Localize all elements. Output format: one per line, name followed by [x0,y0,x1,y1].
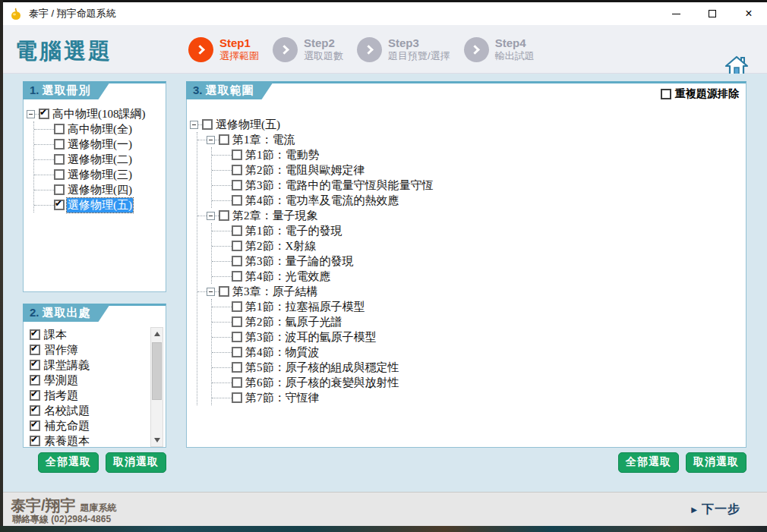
list-item[interactable]: 指考題 [26,388,163,403]
list-item[interactable]: 課本 [26,327,163,342]
next-step-button[interactable]: ▶ 下一步 [691,502,740,518]
list-item[interactable]: 名校試題 [26,403,163,418]
maximize-button[interactable] [694,2,731,25]
list-item-label[interactable]: 補充命題 [44,419,90,433]
select-all-button[interactable]: 全部選取 [38,452,99,473]
tree-item-label[interactable]: 高中物理(108課綱) [52,107,147,121]
list-item-label[interactable]: 課本 [44,328,67,342]
list-item[interactable]: 素養題本 [26,433,163,447]
tree-item[interactable]: 第7節：守恆律 [212,390,746,405]
tree-item[interactable]: 第3節：量子論的發現 [212,253,746,269]
checkbox[interactable] [54,124,65,134]
tree-item-label[interactable]: 第1章：電流 [232,133,296,147]
checkbox[interactable] [54,169,65,180]
collapse-icon[interactable] [27,110,35,118]
list-item-label[interactable]: 指考題 [44,389,78,403]
list-item[interactable]: 補充命題 [26,418,163,433]
checkbox[interactable] [232,347,242,357]
source-list-scrollbar[interactable] [150,327,163,447]
tree-item[interactable]: 第1節：拉塞福原子模型 [212,299,746,314]
tree-item-label[interactable]: 第1節：電子的發現 [245,224,343,238]
tree-item-label[interactable]: 第7節：守恆律 [245,391,320,405]
deselect-all-button[interactable]: 取消選取 [106,452,166,473]
tree-item-label[interactable]: 選修物理(三) [67,168,133,182]
tree-item[interactable]: 選修物理(一) [34,137,166,152]
checkbox[interactable] [39,109,49,119]
checkbox[interactable] [232,362,242,373]
tree-item[interactable]: 選修物理(五) [190,117,746,132]
tree-item[interactable]: 第1章：電流 [197,132,746,147]
scroll-up-icon[interactable] [151,328,163,340]
checkbox[interactable] [30,436,40,446]
collapse-icon[interactable] [207,212,215,220]
minimize-button[interactable] [658,2,694,25]
collapse-icon[interactable] [207,136,215,144]
tree-item-label[interactable]: 選修物理(五) [215,118,281,132]
collapse-icon[interactable] [190,121,198,129]
list-item-label[interactable]: 名校試題 [44,404,90,418]
select-all-button[interactable]: 全部選取 [618,452,679,473]
tree-item-label[interactable]: 第3節：波耳的氫原子模型 [245,330,377,345]
duplicate-filter-checkbox[interactable] [661,89,671,99]
tree-item-label[interactable]: 第2節：氫原子光譜 [245,315,343,329]
tree-item[interactable]: 第2節：電阻與歐姆定律 [212,162,746,178]
list-item[interactable]: 課堂講義 [26,357,163,373]
checkbox[interactable] [54,200,65,210]
tree-item-label[interactable]: 選修物理(二) [67,153,133,167]
checkbox[interactable] [232,165,242,175]
list-item-label[interactable]: 課堂講義 [44,358,90,373]
checkbox[interactable] [219,134,229,145]
tree-item[interactable]: 第1節：電動勢 [212,147,746,162]
tree-item[interactable]: 高中物理(全) [34,121,166,137]
checkbox[interactable] [232,150,242,160]
tree-item[interactable]: 選修物理(五) [34,197,166,212]
checkbox[interactable] [232,241,242,251]
checkbox[interactable] [202,119,213,130]
checkbox[interactable] [30,345,40,355]
checkbox[interactable] [30,360,40,370]
tree-item-label[interactable]: 第6節：原子核的衰變與放射性 [245,376,400,390]
list-item-label[interactable]: 學測題 [44,373,78,388]
tree-item[interactable]: 第5節：原子核的組成與穩定性 [212,360,746,375]
tree-item-label[interactable]: 第1節：電動勢 [245,148,320,162]
tree-item[interactable]: 選修物理(四) [34,182,166,197]
list-item[interactable]: 習作簿 [26,342,163,357]
checkbox[interactable] [54,139,65,150]
list-item[interactable]: 學測題 [26,373,163,388]
checkbox[interactable] [30,420,40,431]
checkbox[interactable] [54,154,65,165]
tree-item[interactable]: 第3節：電路中的電量守恆與能量守恆 [212,178,746,193]
tree-item[interactable]: 第6節：原子核的衰變與放射性 [212,375,746,390]
tree-item[interactable]: 第4節：電功率及電流的熱效應 [212,193,746,208]
tree-item-label[interactable]: 高中物理(全) [67,122,133,137]
checkbox[interactable] [232,180,242,190]
checkbox[interactable] [54,184,65,195]
scrollbar-thumb[interactable] [152,342,162,400]
tree-item-label[interactable]: 第2節：電阻與歐姆定律 [245,163,366,178]
checkbox[interactable] [219,286,229,297]
tree-item-label[interactable]: 選修物理(一) [67,137,133,152]
checkbox[interactable] [232,316,242,327]
checkbox[interactable] [219,210,229,221]
checkbox[interactable] [232,195,242,206]
tree-item[interactable]: 高中物理(108課綱) [27,106,166,121]
tree-item-label[interactable]: 第4節：電功率及電流的熱效應 [245,194,400,208]
tree-item-label[interactable]: 第5節：原子核的組成與穩定性 [245,360,400,375]
checkbox[interactable] [232,332,242,342]
close-button[interactable]: × [731,2,767,25]
checkbox[interactable] [232,271,242,282]
tree-item[interactable]: 第3章：原子結構 [197,284,746,299]
checkbox[interactable] [232,225,242,236]
checkbox[interactable] [232,392,242,403]
tree-item-label[interactable]: 第2章：量子現象 [232,209,319,223]
checkbox[interactable] [232,377,242,388]
collapse-icon[interactable] [207,288,215,296]
tree-item[interactable]: 第4節：物質波 [212,345,746,360]
tree-item[interactable]: 第4節：光電效應 [212,269,746,284]
tree-item-label[interactable]: 第1節：拉塞福原子模型 [245,300,366,314]
checkbox[interactable] [30,329,40,340]
tree-item-label[interactable]: 選修物理(五) [67,198,133,212]
tree-item-label[interactable]: 選修物理(四) [67,183,133,197]
list-item-label[interactable]: 習作簿 [44,343,78,357]
tree-item-label[interactable]: 第3節：電路中的電量守恆與能量守恆 [245,178,434,193]
